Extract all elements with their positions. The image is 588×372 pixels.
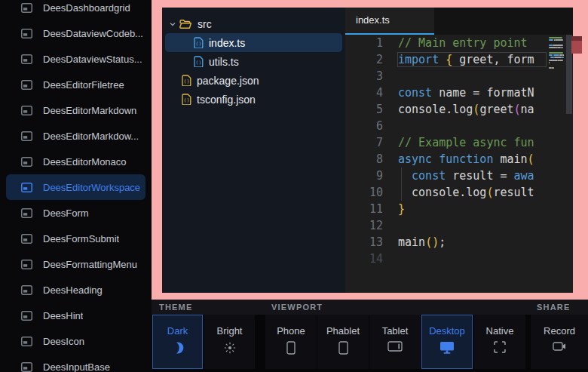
minimap-line bbox=[553, 67, 554, 69]
component-icon bbox=[21, 3, 32, 13]
tree-file-tsconfig-json[interactable]: ()tsconfig.json bbox=[165, 90, 342, 109]
sidebar-item-deesform[interactable]: DeesForm bbox=[6, 200, 145, 226]
sidebar-item-deeseditormonaco[interactable]: DeesEditorMonaco bbox=[6, 149, 145, 174]
sidebar-item-label: DeesEditorMonaco bbox=[43, 156, 127, 168]
demo-frame: src()index.ts()utils.ts()package.json()t… bbox=[152, 0, 588, 300]
ts-file-icon: () bbox=[194, 37, 204, 48]
phone-button[interactable]: Phone bbox=[265, 315, 317, 369]
line-number: 1 bbox=[345, 36, 383, 50]
code-text: console.log(greet(na bbox=[398, 103, 546, 116]
component-icon bbox=[21, 183, 32, 192]
minimap-line bbox=[549, 37, 562, 38]
overview-marker bbox=[571, 36, 582, 54]
desktop-button[interactable]: Desktop bbox=[421, 315, 473, 369]
minimap-line bbox=[554, 57, 562, 58]
sidebar-item-deesinputbase[interactable]: DeesInputBase bbox=[6, 354, 145, 372]
tree-node-label: index.ts bbox=[209, 37, 245, 49]
sidebar-item-label: DeesHint bbox=[43, 310, 83, 321]
minimap-line bbox=[553, 54, 559, 56]
tree-file-utils-ts[interactable]: ()utils.ts bbox=[165, 52, 342, 71]
sidebar-item-label: DeesEditorMarkdown bbox=[43, 105, 136, 116]
minimap-line bbox=[549, 52, 563, 54]
code-area[interactable]: 1// Main entry point2import { greet, for… bbox=[345, 35, 547, 293]
component-sidebar: DeesDashboardgridDeesDataviewCodeb...Dee… bbox=[0, 0, 152, 372]
tab-label: index.ts bbox=[356, 14, 390, 26]
button-label: Dark bbox=[167, 325, 188, 337]
sidebar-item-label: DeesFormattingMenu bbox=[43, 259, 137, 270]
minimap-line bbox=[553, 45, 563, 46]
code-text: // Main entry point bbox=[398, 36, 546, 50]
tab-index-ts[interactable]: index.ts bbox=[345, 8, 434, 35]
json-file-icon: () bbox=[182, 75, 191, 86]
sidebar-item-label: DeesIcon bbox=[43, 336, 84, 347]
minimap-line bbox=[562, 57, 564, 58]
dark-button[interactable]: Dark bbox=[152, 315, 203, 369]
svg-text:(): () bbox=[183, 78, 189, 85]
code-text: console.log(result bbox=[398, 186, 546, 199]
app-root: DeesDashboardgridDeesDataviewCodeb...Dee… bbox=[0, 0, 588, 372]
code-line: 6 bbox=[345, 118, 547, 134]
line-number: 11 bbox=[345, 202, 383, 216]
tablet-icon bbox=[387, 341, 403, 352]
component-icon bbox=[21, 337, 32, 346]
minimap-line bbox=[549, 60, 558, 61]
component-icon bbox=[21, 362, 32, 372]
code-line: 7// Example async fun bbox=[345, 134, 547, 151]
code-line: 2import { greet, form bbox=[345, 51, 547, 68]
component-icon bbox=[21, 29, 32, 38]
phablet-icon bbox=[338, 341, 348, 355]
code-line: 1// Main entry point bbox=[345, 35, 547, 51]
sidebar-item-deesheading[interactable]: DeesHeading bbox=[6, 277, 145, 303]
json-file-icon: () bbox=[182, 94, 191, 105]
folder-open-icon bbox=[179, 19, 192, 29]
sidebar-item-label: DeesDashboardgrid bbox=[43, 2, 130, 14]
line-number: 2 bbox=[345, 53, 383, 66]
sidebar-item-deesdashboardgrid[interactable]: DeesDashboardgrid bbox=[6, 0, 145, 20]
code-line: 4const name = formatN bbox=[345, 85, 547, 101]
sidebar-item-deesformsubmit[interactable]: DeesFormSubmit bbox=[6, 226, 145, 251]
sidebar-item-label: DeesFormSubmit bbox=[43, 233, 119, 244]
code-text: import { greet, form bbox=[398, 53, 546, 66]
toolbar-group-label: VIEWPORT bbox=[271, 300, 323, 315]
tree-node-label: utils.ts bbox=[209, 56, 239, 68]
bottom-toolbar: THEMEVIEWPORTSHARE DarkBrightPhonePhable… bbox=[152, 300, 588, 372]
bright-button[interactable]: Bright bbox=[204, 315, 255, 369]
code-text: async function main( bbox=[398, 152, 546, 166]
svg-text:(): () bbox=[195, 60, 201, 66]
sidebar-item-deesformattingmenu[interactable]: DeesFormattingMenu bbox=[6, 251, 145, 277]
toolbar-group-label: THEME bbox=[159, 300, 193, 315]
sidebar-item-deesicon[interactable]: DeesIcon bbox=[6, 328, 145, 354]
sidebar-item-deeseditorworkspace[interactable]: DeesEditorWorkspace bbox=[6, 174, 145, 200]
native-button[interactable]: Native bbox=[474, 315, 525, 369]
code-line: 5console.log(greet(na bbox=[345, 101, 547, 118]
minimap[interactable] bbox=[547, 35, 566, 293]
component-icon bbox=[21, 260, 32, 269]
code-editor-panel: index.ts 1// Main entry point2import { g… bbox=[345, 8, 573, 293]
sidebar-item-deeseditormarkdow-[interactable]: DeesEditorMarkdow... bbox=[6, 123, 145, 149]
button-label: Phablet bbox=[326, 325, 360, 337]
sidebar-item-deeshint[interactable]: DeesHint bbox=[6, 303, 145, 328]
sidebar-item-deesdataviewcodeb-[interactable]: DeesDataviewCodeb... bbox=[6, 20, 145, 46]
sidebar-item-deesdataviewstatus-[interactable]: DeesDataviewStatus... bbox=[6, 46, 145, 72]
minimap-line bbox=[559, 60, 563, 61]
tablet-button[interactable]: Tablet bbox=[369, 315, 421, 369]
component-icon bbox=[21, 285, 32, 295]
moon-icon bbox=[171, 341, 185, 355]
line-number: 7 bbox=[345, 136, 383, 149]
tree-node-label: tsconfig.json bbox=[197, 94, 256, 106]
record-button[interactable]: Record bbox=[531, 315, 588, 369]
sidebar-item-deeseditormarkdown[interactable]: DeesEditorMarkdown bbox=[6, 97, 145, 123]
code-line: 13main(); bbox=[345, 234, 547, 251]
tree-folder-src[interactable]: src bbox=[165, 14, 342, 33]
minimap-line bbox=[555, 39, 563, 41]
minimap-line bbox=[549, 39, 553, 41]
sidebar-item-deeseditorfiletree[interactable]: DeesEditorFiletree bbox=[6, 72, 145, 97]
toolbar-group-label: SHARE bbox=[537, 300, 571, 315]
tree-file-package-json[interactable]: ()package.json bbox=[165, 71, 342, 90]
line-number: 10 bbox=[345, 186, 383, 199]
phablet-button[interactable]: Phablet bbox=[317, 315, 369, 369]
code-line: 11} bbox=[345, 201, 547, 217]
tree-file-index-ts[interactable]: ()index.ts bbox=[165, 33, 342, 52]
code-line: 12 bbox=[345, 217, 547, 234]
minimap-line bbox=[549, 62, 550, 63]
